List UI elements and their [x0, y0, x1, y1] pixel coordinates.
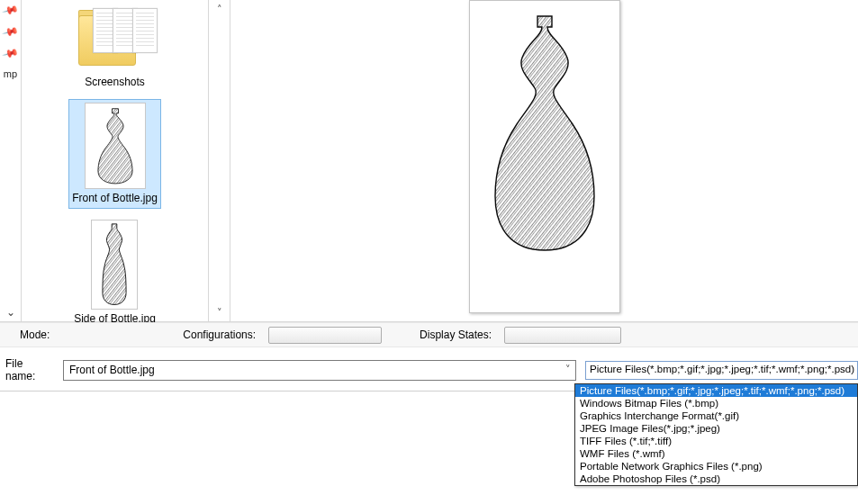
filetype-option[interactable]: TIFF Files (*.tif;*.tiff): [575, 435, 857, 447]
preview-pane: [230, 0, 858, 322]
file-item-front-of-bottle[interactable]: Front of Bottle.jpg: [69, 100, 160, 207]
folder-icon: [77, 8, 154, 73]
file-label: Front of Bottle.jpg: [72, 192, 158, 204]
filename-label: File name:: [5, 357, 54, 382]
preview-image: [469, 0, 620, 313]
folder-label: Screenshots: [85, 76, 145, 88]
filetype-option[interactable]: Adobe Photoshop Files (*.psd): [575, 472, 857, 485]
folder-item-screenshots[interactable]: Screenshots: [74, 5, 157, 91]
configurations-label: Configurations:: [183, 328, 256, 341]
mode-label: Mode:: [20, 328, 50, 341]
display-states-combo[interactable]: [504, 327, 621, 344]
filetype-combo[interactable]: Picture Files(*.bmp;*.gif;*.jpg;*.jpeg;*…: [585, 361, 858, 380]
pin-icon[interactable]: 📌: [2, 1, 20, 19]
filetype-option[interactable]: Picture Files(*.bmp;*.gif;*.jpg;*.jpeg;*…: [575, 384, 857, 397]
filetype-option[interactable]: WMF Files (*.wmf): [575, 447, 857, 460]
sidebar-label-mp[interactable]: mp: [4, 68, 17, 79]
filetype-option[interactable]: JPEG Image Files(*.jpg;*.jpeg): [575, 422, 857, 435]
filename-row: File name: ˅ Picture Files(*.bmp;*.gif;*…: [0, 356, 858, 383]
pin-icon[interactable]: 📌: [2, 22, 20, 40]
options-bar: Mode: Configurations: Display States:: [0, 322, 858, 347]
filename-input[interactable]: [63, 360, 576, 381]
filetype-dropdown[interactable]: Picture Files(*.bmp;*.gif;*.jpg;*.jpeg;*…: [574, 383, 858, 486]
file-list-pane[interactable]: Screenshots Front of Bottle.jpg Side of …: [22, 0, 209, 322]
pin-icon[interactable]: 📌: [2, 44, 20, 62]
configurations-combo[interactable]: [268, 327, 382, 344]
display-states-label: Display States:: [420, 328, 492, 341]
image-thumbnail: [91, 220, 138, 310]
file-list-scrollbar[interactable]: ˄ ˅: [209, 0, 230, 322]
places-sidebar: 📌 📌 📌 mp ⌄: [0, 0, 22, 322]
chevron-up-icon[interactable]: ˄: [217, 4, 222, 15]
filetype-option[interactable]: Graphics Interchange Format(*.gif): [575, 410, 857, 422]
image-thumbnail: [85, 103, 146, 189]
chevron-down-icon[interactable]: ˅: [217, 307, 222, 319]
filetype-option[interactable]: Windows Bitmap Files (*.bmp): [575, 397, 857, 410]
file-label: Side of Bottle.jpg: [74, 312, 156, 322]
file-item-side-of-bottle[interactable]: Side of Bottle.jpg: [71, 217, 158, 322]
chevron-down-icon[interactable]: ⌄: [6, 306, 15, 319]
filetype-option[interactable]: Portable Network Graphics Files (*.png): [575, 460, 857, 472]
